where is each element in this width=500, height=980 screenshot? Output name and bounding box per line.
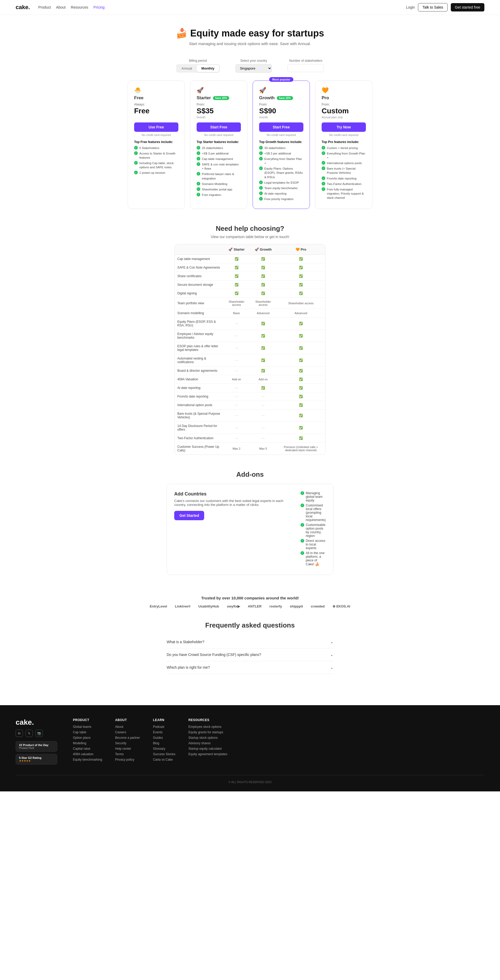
check-icon: ✓ [259, 186, 263, 189]
check-icon: ✓ [259, 151, 263, 155]
check-cell: ✅ [250, 263, 276, 272]
footer-bottom: © ALL RIGHTS RESERVED 2023 [16, 775, 484, 784]
footer-link[interactable]: Events [153, 730, 175, 734]
footer-link[interactable]: Carta vs Cake [153, 758, 175, 762]
check-cell: ✅ [250, 342, 276, 354]
plan-growth-title: Growth Save 20% [259, 95, 293, 100]
text-cell: Add on [250, 375, 276, 384]
footer-link[interactable]: Blog [153, 741, 175, 745]
text-cell: Premium (Unlimited calls + dedicated sla… [276, 442, 325, 455]
table-row: Equity Plans (ESOP, ESS & RSA, RSU)—✅✅ [175, 318, 325, 330]
footer-link[interactable]: Startup stock options [189, 736, 227, 740]
footer-link[interactable]: Option plans [73, 736, 102, 740]
get-started-button[interactable]: Get started free [451, 3, 484, 11]
footer-link[interactable]: Equity benchmarking [73, 758, 102, 762]
empty-cell: — [250, 401, 276, 409]
feature-name: Share certificates [175, 272, 224, 280]
footer-link[interactable]: Capital raise [73, 747, 102, 751]
country-group: Select your country Singapore [235, 59, 272, 73]
footer-link[interactable]: About [115, 725, 140, 729]
feature-name: SAFE & Con Note Agreements [175, 263, 224, 272]
footer-link[interactable]: Cap table [73, 730, 102, 734]
footer-link[interactable]: Glossary [153, 747, 175, 751]
footer-link[interactable]: Employee stock options [189, 725, 227, 729]
nav-about[interactable]: About [56, 5, 66, 10]
plan-free-period [134, 116, 178, 119]
footer-link[interactable]: Guides [153, 736, 175, 740]
footer-link[interactable]: Careers [115, 730, 140, 734]
footer-link[interactable]: Startup equity calculator [189, 747, 227, 751]
list-item: ✓Free priority migration [259, 197, 303, 201]
empty-cell: — [224, 434, 250, 442]
faq-item[interactable]: Which plan is right for me?⌄ [167, 661, 333, 674]
footer-link[interactable]: Success Stories [153, 752, 175, 756]
check-cell: ✅ [250, 366, 276, 375]
footer-link[interactable]: Become a partner [115, 736, 140, 740]
faq-question: What is a Stakeholder? [167, 640, 205, 644]
footer-link[interactable]: Equity agreement templates [189, 752, 227, 756]
plan-growth-cta-button[interactable]: Start Free [259, 123, 303, 132]
footer-link[interactable]: Global teams [73, 725, 102, 729]
twitter-icon[interactable]: 𝕏 [25, 730, 33, 737]
hero-section: 🍰 Equity made easy for startups Start ma… [0, 15, 500, 54]
login-button[interactable]: Login [406, 5, 415, 10]
hero-emoji: 🍰 [176, 28, 187, 38]
check-icon: ✓ [197, 182, 200, 186]
linkedin-icon[interactable]: in [16, 730, 23, 737]
faq-section: Frequently asked questions What is a Sta… [162, 621, 338, 674]
footer-link[interactable]: Advisory shares [189, 741, 227, 745]
trust-logo: UsabilityHub [198, 605, 219, 608]
footer-link[interactable]: Modelling [73, 741, 102, 745]
stakeholder-input[interactable] [287, 64, 324, 72]
check-cell: ✅ [250, 255, 276, 263]
comparison-pro-header: 🧡 Pro [276, 244, 325, 255]
footer-link[interactable]: Privacy policy [115, 758, 140, 762]
footer-link[interactable]: Podcast [153, 725, 175, 729]
plan-starter-cta-button[interactable]: Start Free [197, 123, 241, 132]
plan-pro-nocc: No credit card required [322, 134, 366, 137]
comparison-table: 🚀 Starter 🚀 Growth 🧡 Pro Cap table manag… [175, 244, 325, 455]
footer-link[interactable]: Help center [115, 747, 140, 751]
check-cell: ✅ [276, 272, 325, 280]
check-cell: ✅ [276, 392, 325, 401]
footer-link[interactable]: Terms [115, 752, 140, 756]
footer-social: in 𝕏 📷 [16, 730, 57, 737]
check-cell: ✅ [224, 272, 250, 280]
check-icon: ✓ [322, 161, 325, 165]
nav-pricing[interactable]: Pricing [94, 5, 105, 10]
footer-link[interactable]: Security [115, 741, 140, 745]
footer-link[interactable]: 409A valuation [73, 752, 102, 756]
billing-period-group: Billing period Annual Monthly [176, 59, 220, 73]
country-select[interactable]: Singapore [235, 64, 272, 73]
plan-growth-nocc: No credit card required [259, 134, 303, 137]
table-row: 409A ValuationAdd onAdd on✅ [175, 375, 325, 384]
billing-annual-btn[interactable]: Annual [177, 65, 197, 72]
plan-pro-cta-button[interactable]: Try Now [322, 123, 366, 132]
check-icon: ✓ [322, 167, 325, 170]
list-item: ✓International options pools [322, 161, 366, 165]
footer-brand: cake. in 𝕏 📷 #2 Product of the Day Produ… [16, 718, 57, 765]
list-item: ✓1 power-up session [134, 171, 178, 175]
nav-product[interactable]: Product [38, 5, 51, 10]
addon-get-started-button[interactable]: Get Started [174, 511, 204, 520]
check-cell: ✅ [250, 330, 276, 342]
check-icon: ✓ [259, 197, 263, 200]
check-cell: ✅ [276, 366, 325, 375]
text-cell: Basic [224, 309, 250, 318]
footer: cake. in 𝕏 📷 #2 Product of the Day Produ… [0, 705, 500, 791]
faq-item[interactable]: Do you have Crowd Source Funding (CSF) s… [167, 648, 333, 661]
talk-to-sales-button[interactable]: Talk to Sales [418, 3, 448, 11]
check-cell: ✅ [224, 255, 250, 263]
billing-monthly-btn[interactable]: Monthly [197, 65, 219, 72]
instagram-icon[interactable]: 📷 [35, 730, 43, 737]
nav-resources[interactable]: Resources [71, 5, 88, 10]
check-icon: ✓ [134, 151, 138, 155]
trusted-title: Trusted by over 10,000 companies around … [10, 596, 490, 600]
footer-link[interactable]: Equity grants for startups [189, 730, 227, 734]
addons-title: Add-ons [167, 471, 333, 479]
stakeholder-label: Number of stakeholders [287, 59, 324, 62]
faq-item[interactable]: What is a Stakeholder?⌄ [167, 636, 333, 648]
plan-starter-nocc: No credit card required [197, 134, 241, 137]
text-cell: Shareholder access [250, 298, 276, 309]
plan-free-cta-button[interactable]: Use Free [134, 123, 178, 132]
